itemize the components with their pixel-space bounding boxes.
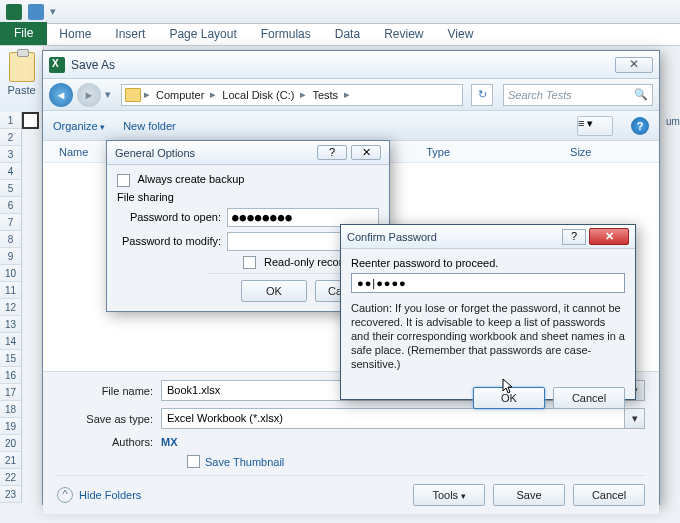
chevron-up-icon: ^ — [57, 487, 73, 503]
col-type[interactable]: Type — [426, 146, 450, 158]
save-as-titlebar[interactable]: Save As ✕ — [43, 51, 659, 79]
help-icon[interactable]: ? — [631, 117, 649, 135]
row-header[interactable]: 17 — [0, 384, 22, 401]
crumb-tests[interactable]: Tests — [309, 89, 341, 101]
chevron-icon[interactable]: ▸ — [299, 88, 307, 101]
col-name[interactable]: Name — [59, 146, 88, 158]
tab-view[interactable]: View — [436, 23, 486, 45]
help-icon[interactable]: ? — [317, 145, 347, 160]
row-header[interactable]: 6 — [0, 197, 22, 214]
breadcrumb[interactable]: ▸ Computer ▸ Local Disk (C:) ▸ Tests ▸ — [121, 84, 463, 106]
confirm-password-dialog: Confirm Password ? ✕ Reenter password to… — [340, 224, 636, 400]
help-icon[interactable]: ? — [562, 229, 586, 245]
row-header[interactable]: 19 — [0, 418, 22, 435]
file-tab[interactable]: File — [0, 22, 47, 45]
row-header[interactable]: 15 — [0, 350, 22, 367]
tab-data[interactable]: Data — [323, 23, 372, 45]
row-header[interactable]: 10 — [0, 265, 22, 282]
chevron-icon[interactable]: ▸ — [143, 88, 151, 101]
chevron-icon[interactable]: ▸ — [343, 88, 351, 101]
row-header[interactable]: 23 — [0, 486, 22, 503]
general-options-titlebar[interactable]: General Options ? ✕ — [107, 141, 389, 165]
backup-checkbox[interactable] — [117, 174, 130, 187]
ok-button[interactable]: OK — [241, 280, 307, 302]
cancel-button[interactable]: Cancel — [553, 387, 625, 409]
excel-icon — [6, 4, 22, 20]
crumb-disk[interactable]: Local Disk (C:) — [219, 89, 297, 101]
file-sharing-label: File sharing — [117, 191, 379, 203]
save-button[interactable]: Save — [493, 484, 565, 506]
new-folder-button[interactable]: New folder — [123, 120, 176, 132]
confirm-password-input[interactable]: ●●|●●●● — [351, 273, 625, 293]
save-icon[interactable] — [28, 4, 44, 20]
row-header[interactable]: 8 — [0, 231, 22, 248]
truncated-label: um — [662, 112, 680, 131]
row-header[interactable]: 4 — [0, 163, 22, 180]
save-thumbnail-label: Save Thumbnail — [205, 456, 284, 468]
cell-a1[interactable] — [22, 112, 39, 129]
close-icon[interactable]: ✕ — [351, 145, 381, 160]
back-button[interactable]: ◄ — [49, 83, 73, 107]
row-header[interactable]: 2 — [0, 129, 22, 146]
view-button[interactable]: ≡ ▾ — [577, 116, 613, 136]
tab-home[interactable]: Home — [47, 23, 103, 45]
history-dropdown-icon[interactable]: ▾ — [105, 88, 117, 101]
qat-dropdown-icon[interactable]: ▾ — [50, 5, 56, 18]
row-header[interactable]: 7 — [0, 214, 22, 231]
pwd-modify-label: Password to modify: — [117, 235, 227, 247]
clipboard-group: Paste — [0, 46, 44, 112]
toolbar: Organize New folder ≡ ▾ ? — [43, 111, 659, 141]
search-placeholder: Search Tests — [508, 89, 572, 101]
backup-label: Always create backup — [137, 173, 244, 185]
row-header[interactable]: 11 — [0, 282, 22, 299]
pwd-open-label: Password to open: — [117, 211, 227, 223]
save-as-title: Save As — [71, 58, 615, 72]
paste-label: Paste — [0, 84, 43, 96]
readonly-checkbox[interactable] — [243, 256, 256, 269]
row-header[interactable]: 3 — [0, 146, 22, 163]
row-header[interactable]: 14 — [0, 333, 22, 350]
close-icon[interactable]: ✕ — [589, 228, 629, 245]
tools-button[interactable]: Tools — [413, 484, 485, 506]
ok-button[interactable]: OK — [473, 387, 545, 409]
col-size[interactable]: Size — [570, 146, 591, 158]
folder-icon — [125, 88, 141, 102]
row-header[interactable]: 13 — [0, 316, 22, 333]
row-header[interactable]: 9 — [0, 248, 22, 265]
forward-button[interactable]: ► — [77, 83, 101, 107]
row-header[interactable]: 21 — [0, 452, 22, 469]
search-icon: 🔍 — [634, 88, 648, 101]
cancel-button[interactable]: Cancel — [573, 484, 645, 506]
search-input[interactable]: Search Tests 🔍 — [503, 84, 653, 106]
row-header[interactable]: 22 — [0, 469, 22, 486]
chevron-icon[interactable]: ▸ — [209, 88, 217, 101]
paste-icon[interactable] — [9, 52, 35, 82]
row-header[interactable]: 18 — [0, 401, 22, 418]
readonly-label: Read-only recom — [264, 256, 348, 268]
savetype-label: Save as type: — [57, 413, 161, 425]
organize-button[interactable]: Organize — [53, 120, 105, 132]
row-header[interactable]: 1 — [0, 112, 22, 129]
confirm-title: Confirm Password — [347, 231, 559, 243]
excel-icon — [49, 57, 65, 73]
tab-formulas[interactable]: Formulas — [249, 23, 323, 45]
caution-text: Caution: If you lose or forget the passw… — [351, 301, 625, 371]
hide-folders-label: Hide Folders — [79, 489, 141, 501]
save-thumbnail-checkbox[interactable] — [187, 455, 200, 468]
tab-review[interactable]: Review — [372, 23, 435, 45]
crumb-computer[interactable]: Computer — [153, 89, 207, 101]
general-options-title: General Options — [115, 147, 313, 159]
authors-value[interactable]: MX — [161, 436, 178, 448]
refresh-button[interactable]: ↻ — [471, 84, 493, 106]
tab-insert[interactable]: Insert — [103, 23, 157, 45]
close-icon[interactable]: ✕ — [615, 57, 653, 73]
confirm-titlebar[interactable]: Confirm Password ? ✕ — [341, 225, 635, 249]
ribbon-tabs: File Home Insert Page Layout Formulas Da… — [0, 24, 680, 46]
tab-page-layout[interactable]: Page Layout — [157, 23, 248, 45]
row-header[interactable]: 16 — [0, 367, 22, 384]
row-header[interactable]: 12 — [0, 299, 22, 316]
hide-folders-button[interactable]: ^ Hide Folders — [57, 487, 141, 503]
nav-bar: ◄ ► ▾ ▸ Computer ▸ Local Disk (C:) ▸ Tes… — [43, 79, 659, 111]
row-header[interactable]: 5 — [0, 180, 22, 197]
row-header[interactable]: 20 — [0, 435, 22, 452]
